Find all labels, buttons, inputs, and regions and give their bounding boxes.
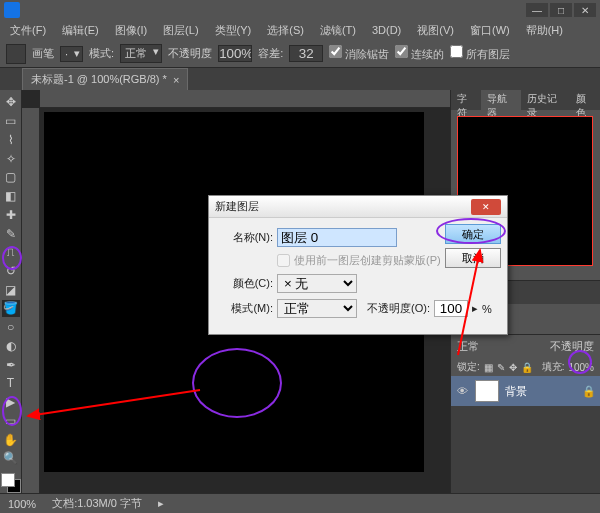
eraser-tool[interactable]: ◪	[2, 281, 20, 298]
statusbar-chevron-icon[interactable]: ▸	[158, 497, 164, 510]
tab-character[interactable]: 字符	[451, 90, 481, 110]
document-tab[interactable]: 未标题-1 @ 100%(RGB/8) * ×	[22, 68, 188, 90]
lock-pixels-icon[interactable]: ✎	[497, 362, 505, 373]
layer-name-input[interactable]	[277, 228, 397, 247]
eyedropper-tool[interactable]: ◧	[2, 188, 20, 205]
zoom-level[interactable]: 100%	[8, 498, 36, 510]
new-layer-dialog: 新建图层 ✕ 确定 取消 名称(N): 使用前一图层创建剪贴蒙版(P) 颜色(C…	[208, 195, 508, 335]
minimize-button[interactable]: ―	[526, 3, 548, 17]
tolerance-label: 容差:	[258, 46, 283, 61]
statusbar: 100% 文档:1.03M/0 字节 ▸	[0, 493, 600, 513]
dialog-titlebar[interactable]: 新建图层 ✕	[209, 196, 507, 218]
layer-thumbnail[interactable]	[475, 380, 499, 402]
mode-dropdown[interactable]: 正常	[120, 44, 162, 63]
ok-button[interactable]: 确定	[445, 224, 501, 244]
app-icon	[4, 2, 20, 18]
brush-tool[interactable]: ✎	[2, 225, 20, 242]
stamp-tool[interactable]: ⎍	[2, 244, 20, 261]
document-tab-close[interactable]: ×	[173, 74, 179, 86]
maximize-button[interactable]: □	[550, 3, 572, 17]
type-tool[interactable]: T	[2, 375, 20, 392]
crop-tool[interactable]: ▢	[2, 169, 20, 186]
menu-window[interactable]: 窗口(W)	[464, 21, 516, 40]
dlg-opacity-input[interactable]	[434, 300, 468, 317]
close-button[interactable]: ✕	[574, 3, 596, 17]
ruler-vertical	[22, 108, 40, 493]
clip-mask-checkbox	[277, 254, 290, 267]
opacity-input[interactable]	[218, 45, 252, 62]
foreground-color[interactable]	[1, 473, 15, 487]
blur-tool[interactable]: ○	[2, 319, 20, 336]
dlg-mode-dropdown[interactable]: 正常	[277, 299, 357, 318]
menu-help[interactable]: 帮助(H)	[520, 21, 569, 40]
magic-wand-tool[interactable]: ✧	[2, 150, 20, 167]
layer-name[interactable]: 背景	[505, 384, 576, 399]
history-brush-tool[interactable]: ↺	[2, 263, 20, 280]
healing-tool[interactable]: ✚	[2, 206, 20, 223]
clip-mask-label: 使用前一图层创建剪贴蒙版(P)	[294, 253, 441, 268]
name-label: 名称(N):	[217, 230, 273, 245]
lasso-tool[interactable]: ⌇	[2, 131, 20, 148]
move-tool[interactable]: ✥	[2, 94, 20, 111]
brush-preset-dropdown[interactable]: ·	[60, 46, 83, 62]
layer-visibility-icon[interactable]: 👁	[455, 385, 469, 397]
document-tabs: 未标题-1 @ 100%(RGB/8) * ×	[0, 68, 600, 90]
all-layers-checkbox[interactable]: 所有图层	[450, 45, 510, 62]
lock-all-icon[interactable]: 🔒	[521, 362, 533, 373]
tolerance-input[interactable]	[289, 45, 323, 62]
layer-opacity-label: 不透明度	[550, 339, 594, 354]
opacity-stepper-icon[interactable]: ▸	[472, 302, 478, 315]
opacity-label: 不透明度	[168, 46, 212, 61]
dlg-mode-label: 模式(M):	[217, 301, 273, 316]
hand-tool[interactable]: ✋	[2, 431, 20, 448]
all-layers-label: 所有图层	[466, 48, 510, 60]
layer-row-background[interactable]: 👁 背景 🔒	[451, 376, 600, 406]
cancel-button[interactable]: 取消	[445, 248, 501, 268]
marquee-tool[interactable]: ▭	[2, 113, 20, 130]
color-swatches[interactable]	[1, 473, 21, 493]
dodge-tool[interactable]: ◐	[2, 338, 20, 355]
layers-lock-row: 锁定: ▦ ✎ ✥ 🔒 填充: 100%	[451, 358, 600, 376]
dialog-body: 确定 取消 名称(N): 使用前一图层创建剪贴蒙版(P) 颜色(C): × 无 …	[209, 218, 507, 334]
menu-select[interactable]: 选择(S)	[261, 21, 310, 40]
color-label: 颜色(C):	[217, 276, 273, 291]
fill-value[interactable]: 100%	[568, 362, 594, 373]
menu-layer[interactable]: 图层(L)	[157, 21, 204, 40]
menu-filter[interactable]: 滤镜(T)	[314, 21, 362, 40]
contiguous-checkbox[interactable]: 连续的	[395, 45, 444, 62]
titlebar: ― □ ✕	[0, 0, 600, 20]
dialog-close-button[interactable]: ✕	[471, 199, 501, 215]
layers-blend-row: 正常 不透明度	[451, 335, 600, 358]
tool-preset-icon[interactable]	[6, 44, 26, 64]
fill-label: 填充:	[542, 360, 565, 374]
color-dropdown[interactable]: × 无	[277, 274, 357, 293]
path-select-tool[interactable]: ▶	[2, 394, 20, 411]
menu-view[interactable]: 视图(V)	[411, 21, 460, 40]
menu-3d[interactable]: 3D(D)	[366, 22, 407, 38]
blend-mode-dropdown[interactable]: 正常	[457, 339, 546, 354]
menu-file[interactable]: 文件(F)	[4, 21, 52, 40]
tab-history[interactable]: 历史记录	[521, 90, 570, 110]
navigator-panel-tabs: 字符 导航器 历史记录 颜色	[451, 90, 600, 110]
tab-navigator[interactable]: 导航器	[481, 90, 521, 110]
dlg-opacity-label: 不透明度(O):	[367, 301, 430, 316]
brush-label: 画笔	[32, 46, 54, 61]
document-info: 文档:1.03M/0 字节	[52, 496, 142, 511]
antialias-label: 消除锯齿	[345, 48, 389, 60]
antialias-checkbox[interactable]: 消除锯齿	[329, 45, 389, 62]
lock-position-icon[interactable]: ✥	[509, 362, 517, 373]
shape-tool[interactable]: ▭	[2, 412, 20, 429]
contiguous-label: 连续的	[411, 48, 444, 60]
lock-transparent-icon[interactable]: ▦	[484, 362, 493, 373]
menu-image[interactable]: 图像(I)	[109, 21, 153, 40]
menu-edit[interactable]: 编辑(E)	[56, 21, 105, 40]
zoom-tool[interactable]: 🔍	[2, 450, 20, 467]
tab-color[interactable]: 颜色	[570, 90, 600, 110]
paint-bucket-tool[interactable]: 🪣	[2, 300, 20, 317]
dialog-title-text: 新建图层	[215, 199, 259, 214]
menu-type[interactable]: 类型(Y)	[209, 21, 258, 40]
window-controls: ― □ ✕	[526, 3, 596, 17]
layer-list: 👁 背景 🔒	[451, 376, 600, 493]
layers-panel: 正常 不透明度 锁定: ▦ ✎ ✥ 🔒 填充: 100% 👁 背景 🔒	[451, 334, 600, 493]
pen-tool[interactable]: ✒	[2, 356, 20, 373]
